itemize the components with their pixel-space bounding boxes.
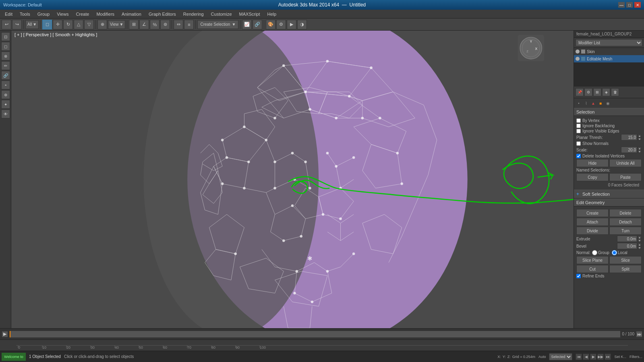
modifier-skin[interactable]: Skin bbox=[574, 48, 644, 55]
create-selection-btn[interactable]: Create Selection ▼ bbox=[197, 20, 238, 29]
subobj-element[interactable]: ◉ bbox=[605, 100, 611, 106]
menu-create[interactable]: Create bbox=[72, 11, 92, 17]
menu-help[interactable]: Help bbox=[264, 11, 280, 17]
slice-button[interactable]: Slice bbox=[609, 256, 642, 264]
left-bind[interactable]: ⊕ bbox=[1, 90, 10, 99]
minimize-button[interactable]: — bbox=[618, 2, 625, 8]
unhide-all-button[interactable]: Unhide All bbox=[609, 159, 642, 167]
left-place-highlight[interactable]: ✦ bbox=[1, 100, 10, 109]
radio-local[interactable] bbox=[612, 250, 617, 255]
modifier-list-dropdown[interactable]: Modifier List bbox=[576, 39, 642, 46]
timeline-bar[interactable] bbox=[10, 331, 620, 337]
split-button[interactable]: Split bbox=[609, 265, 642, 273]
pb-first[interactable]: ⏮ bbox=[576, 354, 582, 360]
subobj-face[interactable]: ▲ bbox=[590, 100, 596, 106]
check-delete-isolated[interactable] bbox=[576, 154, 581, 158]
subobj-edge[interactable]: ⌇ bbox=[583, 100, 589, 106]
arrow-up-planar[interactable]: ▲ bbox=[638, 134, 642, 137]
paste-button[interactable]: Paste bbox=[609, 173, 642, 181]
detach-button[interactable]: Detach bbox=[609, 218, 642, 226]
selection-filter-dropdown[interactable]: All ▼ bbox=[25, 20, 39, 29]
field-extrude[interactable] bbox=[617, 236, 637, 242]
modifier-editable-mesh[interactable]: Editable Mesh bbox=[574, 55, 644, 62]
toolbar-scale[interactable]: △ bbox=[74, 20, 83, 29]
toolbar-mirror[interactable]: ⇔ bbox=[174, 20, 183, 29]
left-isolate[interactable]: 👁 bbox=[1, 110, 10, 118]
create-button[interactable]: Create bbox=[576, 209, 609, 217]
toolbar-snaps[interactable]: ⊞ bbox=[129, 20, 139, 29]
toolbar-spinner[interactable]: ⊚ bbox=[160, 20, 170, 29]
radio-group[interactable] bbox=[592, 250, 597, 255]
pb-last[interactable]: ⏭ bbox=[605, 354, 611, 360]
toolbar-scale2[interactable]: ▽ bbox=[84, 20, 94, 29]
left-select-obj[interactable]: ⊡ bbox=[1, 32, 10, 41]
menu-customize[interactable]: Customize bbox=[208, 11, 235, 17]
hide-button[interactable]: Hide bbox=[576, 159, 609, 167]
attach-button[interactable]: Attach bbox=[576, 218, 609, 226]
slice-plane-button[interactable]: Slice Plane bbox=[576, 256, 609, 264]
mod-icon-make-unique[interactable]: ◈ bbox=[602, 88, 610, 96]
pb-prev[interactable]: ◀ bbox=[583, 354, 589, 360]
toolbar-percent-snap[interactable]: % bbox=[150, 20, 159, 29]
mod-icon-remove[interactable]: 🗑 bbox=[611, 88, 619, 96]
check-refine-ends[interactable] bbox=[576, 274, 581, 278]
copy-button[interactable]: Copy bbox=[576, 173, 609, 181]
maximize-button[interactable]: □ bbox=[626, 2, 633, 8]
section-header-edit-geo[interactable]: Edit Geometry bbox=[574, 199, 644, 207]
toolbar-ref-coord[interactable]: ⊕ bbox=[97, 20, 107, 29]
check-show-normals[interactable] bbox=[576, 141, 581, 146]
arrow-dn-scale[interactable]: ▼ bbox=[638, 150, 642, 153]
soft-sel-plus-icon[interactable]: + bbox=[576, 191, 579, 197]
arrow-up-scale[interactable]: ▲ bbox=[638, 147, 642, 150]
arrow-dn-extrude[interactable]: ▼ bbox=[638, 239, 642, 242]
toolbar-align[interactable]: ≡ bbox=[184, 20, 194, 29]
left-lasso[interactable]: ⊗ bbox=[1, 52, 10, 60]
selection-dropdown[interactable]: Selected bbox=[549, 353, 572, 360]
field-scale[interactable] bbox=[621, 147, 637, 153]
toolbar-angle-snap[interactable]: ∠ bbox=[139, 20, 149, 29]
arrow-dn-planar[interactable]: ▼ bbox=[638, 137, 642, 141]
toolbar-move[interactable]: ✛ bbox=[53, 20, 62, 29]
close-button[interactable]: ✕ bbox=[634, 2, 641, 8]
mod-icon-show-end[interactable]: ⊠ bbox=[593, 88, 601, 96]
field-bevel[interactable] bbox=[617, 243, 637, 249]
mod-icon-settings[interactable]: ⚙ bbox=[584, 88, 592, 96]
section-header-selection[interactable]: Selection bbox=[574, 108, 644, 116]
toolbar-curve-editor[interactable]: 📈 bbox=[242, 20, 252, 29]
delete-button[interactable]: Delete bbox=[609, 209, 642, 217]
menu-group[interactable]: Group bbox=[34, 11, 53, 17]
timeline-play-btn[interactable]: ▶ bbox=[2, 331, 8, 337]
viewport[interactable]: [ + ] [ Perspective ] [ Smooth + Highlig… bbox=[11, 31, 574, 328]
menu-edit[interactable]: Edit bbox=[2, 11, 16, 17]
toolbar-rotate[interactable]: ↻ bbox=[63, 20, 73, 29]
mod-icon-pin[interactable]: 📌 bbox=[576, 88, 584, 96]
left-paint[interactable]: ✏ bbox=[1, 61, 10, 70]
toolbar-active-shade[interactable]: ◑ bbox=[297, 20, 307, 29]
subobj-vertex[interactable]: • bbox=[576, 100, 582, 106]
toolbar-select[interactable]: ◻ bbox=[42, 20, 52, 29]
toolbar-undo[interactable]: ↩ bbox=[2, 20, 11, 29]
pb-next[interactable]: ▶▶ bbox=[597, 354, 604, 360]
menu-graph-editors[interactable]: Graph Editors bbox=[145, 11, 179, 17]
menu-views[interactable]: Views bbox=[54, 11, 72, 17]
menu-animation[interactable]: Animation bbox=[118, 11, 145, 17]
timeline-end-btn[interactable]: ⏭ bbox=[636, 331, 642, 337]
welcome-btn[interactable]: Welcome to bbox=[2, 353, 26, 361]
check-ignore-visible-edges[interactable] bbox=[576, 129, 581, 133]
toolbar-material-editor[interactable]: 🎨 bbox=[266, 20, 275, 29]
menu-maxscript[interactable]: MAXScript bbox=[236, 11, 263, 17]
cut-button[interactable]: Cut bbox=[576, 265, 609, 273]
toolbar-schematic[interactable]: 🔗 bbox=[253, 20, 262, 29]
toolbar-render-setup[interactable]: ⚙ bbox=[276, 20, 286, 29]
section-header-soft-sel[interactable]: + Soft Selection bbox=[574, 190, 644, 199]
menu-rendering[interactable]: Rendering bbox=[180, 11, 207, 17]
pb-play[interactable]: ▶ bbox=[590, 354, 596, 360]
divide-button[interactable]: Divide bbox=[576, 227, 609, 235]
menu-tools[interactable]: Tools bbox=[17, 11, 33, 17]
arrow-up-extrude[interactable]: ▲ bbox=[638, 236, 642, 239]
left-select-region[interactable]: ◻ bbox=[1, 42, 10, 51]
arrow-up-bevel[interactable]: ▲ bbox=[638, 243, 642, 246]
field-planar-thresh[interactable] bbox=[621, 134, 637, 141]
view-dropdown[interactable]: View ▼ bbox=[108, 20, 125, 29]
check-ignore-backfacing[interactable] bbox=[576, 124, 581, 128]
